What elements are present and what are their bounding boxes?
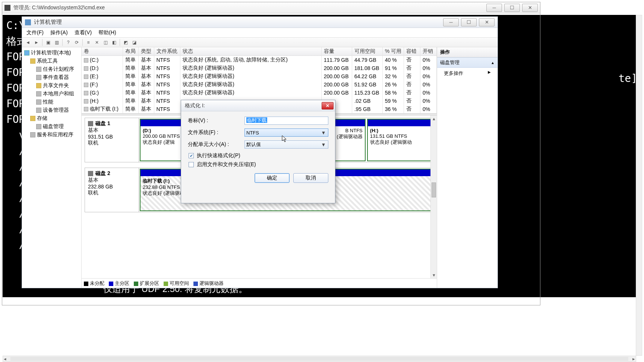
tool-delete[interactable]: ✕: [93, 39, 101, 46]
menu-view[interactable]: 查看(V): [73, 29, 94, 37]
col-layout[interactable]: 布局: [123, 47, 138, 56]
input-volume-label[interactable]: 临时下载: [244, 117, 328, 125]
tool-up[interactable]: ▣: [44, 39, 52, 46]
col-volume[interactable]: 卷: [82, 47, 123, 56]
table-header-row: 卷 布局 类型 文件系统 状态 容量 可用空间 % 可用 容错 开销: [82, 47, 437, 56]
col-capacity[interactable]: 容量: [321, 47, 352, 56]
mgmt-minimize-button[interactable]: ─: [443, 18, 459, 26]
disk-1-label[interactable]: 磁盘 1 基本 931.51 GB 联机: [85, 118, 139, 162]
mgmt-close-button[interactable]: ✕: [479, 18, 495, 26]
combo-filesystem[interactable]: NTFS▼: [244, 128, 328, 137]
format-titlebar: 格式化 I: ✕: [181, 100, 335, 111]
scrollbar-thumb[interactable]: [432, 182, 436, 197]
legend: 未分配 主分区 扩展分区 可用空间 逻辑驱动器: [82, 278, 437, 288]
tree-storage[interactable]: 存储: [23, 114, 80, 123]
cmd-right-text: te]: [618, 71, 637, 86]
table-row[interactable]: (G:)简单基本NTFS状态良好 (逻辑驱动器)200.00 GB115.23 …: [82, 89, 437, 97]
cancel-button[interactable]: 取消: [293, 173, 328, 183]
mgmt-toolbar: ◄ ► ▣ ▥ ? ⟳ ≡ ✕ ◫ ◧ ◩ ◪: [22, 38, 498, 47]
col-fault[interactable]: 容错: [404, 47, 420, 56]
tree-system-tools[interactable]: 系统工具: [23, 57, 80, 65]
tool-back[interactable]: ◄: [24, 39, 32, 46]
cmd-minimize-button[interactable]: ─: [486, 4, 502, 12]
format-close-button[interactable]: ✕: [322, 102, 334, 109]
tree-shared-folders[interactable]: 共享文件夹: [23, 82, 80, 90]
tool-item2[interactable]: ◧: [110, 39, 118, 46]
tree-task-scheduler[interactable]: 任务计划程序: [23, 65, 80, 73]
menu-help[interactable]: 帮助(H): [97, 29, 117, 37]
tool-item4[interactable]: ◪: [130, 39, 138, 46]
menu-action[interactable]: 操作(A): [49, 29, 69, 37]
cmd-icon: [4, 5, 10, 11]
mgmt-title-text: 计算机管理: [34, 19, 443, 26]
tree-event-viewer[interactable]: 事件查看器: [23, 73, 80, 82]
checkbox-compress[interactable]: 启用文件和文件夹压缩(E): [188, 161, 328, 168]
chevron-down-icon: ▼: [321, 142, 326, 147]
actions-more[interactable]: 更多操作▶: [437, 68, 498, 79]
tree-root[interactable]: 计算机管理(本地): [23, 49, 80, 57]
partition-h[interactable]: (H:) 131.51 GB NTFS 状态良好 (逻辑驱动: [367, 119, 433, 161]
cmd-close-button[interactable]: ✕: [522, 4, 538, 12]
table-row[interactable]: (E:)简单基本NTFS状态良好 (逻辑驱动器)200.00 GB64.22 G…: [82, 72, 437, 80]
col-fs[interactable]: 文件系统: [154, 47, 180, 56]
label-allocation: 分配单元大小(A) :: [188, 141, 244, 148]
tree-pane: 计算机管理(本地) 系统工具 任务计划程序 事件查看器 共享文件夹 本地用户和组…: [22, 47, 82, 288]
actions-group-diskmgmt[interactable]: 磁盘管理▲: [437, 57, 498, 68]
format-dialog: 格式化 I: ✕ 卷标(V) : 临时下载 文件系统(F) : NTFS▼ 分配…: [181, 100, 335, 203]
vertical-scrollbar-outer[interactable]: [636, 15, 642, 356]
tool-list[interactable]: ≡: [85, 39, 92, 46]
tree-disk-management[interactable]: 磁盘管理: [23, 123, 80, 131]
format-title-text: 格式化 I:: [185, 102, 322, 109]
menu-file[interactable]: 文件(F): [25, 29, 45, 37]
ok-button[interactable]: 确定: [255, 173, 290, 183]
cmd-titlebar: 管理员: C:\Windows\system32\cmd.exe ─ ☐ ✕: [2, 2, 540, 13]
table-row[interactable]: (F:)简单基本NTFS状态良好 (逻辑驱动器)200.00 GB51.92 G…: [82, 80, 437, 89]
mgmt-icon: [25, 19, 31, 25]
tree-local-users[interactable]: 本地用户和组: [23, 90, 80, 98]
tree-performance[interactable]: 性能: [23, 98, 80, 106]
tool-refresh[interactable]: ⟳: [73, 39, 80, 46]
tool-item3[interactable]: ◩: [122, 39, 129, 46]
col-free[interactable]: 可用空间: [352, 47, 382, 56]
disk-2-label[interactable]: 磁盘 2 基本 232.88 GB 联机: [85, 168, 139, 212]
cmd-title: 管理员: C:\Windows\system32\cmd.exe: [13, 4, 486, 11]
mgmt-menu: 文件(F) 操作(A) 查看(V) 帮助(H): [22, 28, 498, 38]
col-type[interactable]: 类型: [138, 47, 154, 56]
actions-header: 操作: [437, 47, 498, 57]
tree-services-apps[interactable]: 服务和应用程序: [23, 131, 80, 139]
tree-device-manager[interactable]: 设备管理器: [23, 106, 80, 114]
chevron-down-icon: ▼: [321, 130, 326, 136]
mgmt-titlebar: 计算机管理 ─ ☐ ✕: [22, 17, 498, 28]
tool-item1[interactable]: ◫: [102, 39, 109, 46]
check-icon: ✔: [189, 153, 194, 158]
actions-pane: 操作 磁盘管理▲ 更多操作▶: [437, 47, 498, 288]
label-volume: 卷标(V) :: [188, 117, 244, 124]
col-pct[interactable]: % 可用: [382, 47, 404, 56]
tool-help[interactable]: ?: [64, 39, 72, 46]
col-overhead[interactable]: 开销: [420, 47, 437, 56]
combo-allocation[interactable]: 默认值▼: [244, 140, 328, 149]
cmd-maximize-button[interactable]: ☐: [504, 4, 520, 12]
tool-forward[interactable]: ►: [33, 39, 40, 46]
horizontal-scrollbar[interactable]: ◂▸: [3, 356, 636, 362]
check-icon-empty: [189, 162, 194, 167]
table-row[interactable]: (D:)简单基本NTFS状态良好 (逻辑驱动器)200.00 GB181.08 …: [82, 64, 437, 72]
disk-map-scrollbar[interactable]: ▴ ▾: [430, 115, 437, 278]
tool-props[interactable]: ▥: [53, 39, 60, 46]
table-row[interactable]: (C:)简单基本NTFS状态良好 (系统, 启动, 活动, 故障转储, 主分区)…: [82, 56, 437, 64]
checkbox-quick-format[interactable]: ✔ 执行快速格式化(P): [188, 152, 328, 159]
mgmt-maximize-button[interactable]: ☐: [461, 18, 477, 26]
label-filesystem: 文件系统(F) :: [188, 129, 244, 136]
col-status[interactable]: 状态: [180, 47, 321, 56]
